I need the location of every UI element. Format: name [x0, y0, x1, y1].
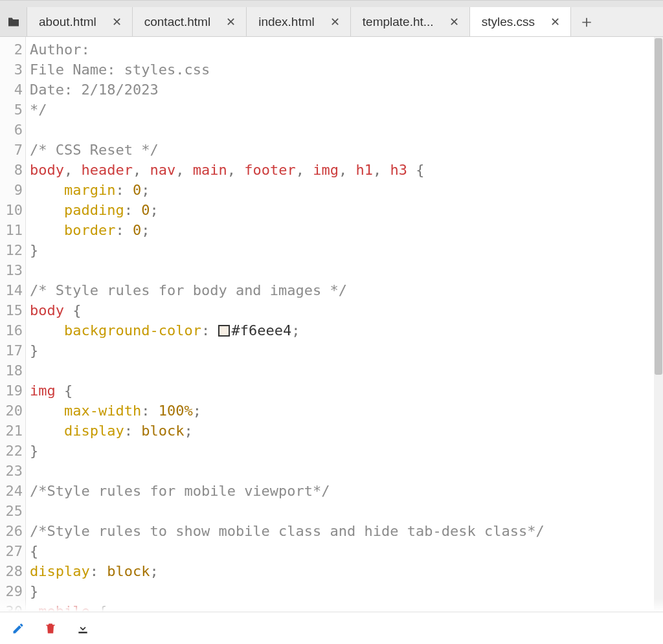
code-line: padding: 0;: [30, 200, 663, 220]
line-number: 9: [0, 180, 25, 200]
code-line: Date: 2/18/2023: [30, 80, 663, 100]
folder-icon: [7, 17, 20, 27]
code-line: /*Style rules to show mobile class and h…: [30, 521, 663, 541]
line-number: 20: [0, 401, 25, 421]
tab-label: template.ht...: [363, 15, 434, 29]
code-line: }: [30, 340, 663, 361]
tab-contact-html[interactable]: contact.html✕: [133, 7, 247, 36]
line-number: 26: [0, 521, 25, 541]
line-number: 16: [0, 320, 25, 340]
code-line: display: block;: [30, 421, 663, 441]
line-number: 25: [0, 501, 25, 521]
line-number-gutter: 2345678910111213141516171819202122232425…: [0, 37, 26, 612]
line-number: 15: [0, 300, 25, 320]
code-line: }: [30, 581, 663, 601]
line-number: 14: [0, 280, 25, 300]
line-number: 29: [0, 581, 25, 601]
color-swatch: [218, 325, 230, 337]
tab-styles-css[interactable]: styles.css✕: [470, 7, 571, 36]
close-icon[interactable]: ✕: [223, 15, 238, 29]
new-tab-button[interactable]: ＋: [571, 7, 602, 36]
line-number: 22: [0, 441, 25, 461]
close-icon[interactable]: ✕: [548, 15, 563, 29]
line-number: 19: [0, 381, 25, 401]
scrollbar-thumb[interactable]: [655, 38, 662, 375]
code-line: /*Style rules for mobile viewport*/: [30, 481, 663, 501]
line-number: 30: [0, 601, 25, 612]
code-line: display: block;: [30, 561, 663, 581]
line-number: 17: [0, 340, 25, 361]
tab-bar: about.html✕contact.html✕index.html✕templ…: [0, 7, 663, 37]
code-line: [30, 120, 663, 140]
code-line: */: [30, 100, 663, 120]
line-number: 7: [0, 140, 25, 160]
code-line: margin: 0;: [30, 180, 663, 200]
code-line: background-color: #f6eee4;: [30, 320, 663, 340]
vertical-scrollbar[interactable]: [654, 37, 663, 612]
tab-label: about.html: [39, 15, 96, 29]
code-line: [30, 501, 663, 521]
line-number: 18: [0, 361, 25, 381]
tab-label: styles.css: [482, 15, 535, 29]
status-bar: [0, 612, 663, 644]
line-number: 23: [0, 461, 25, 481]
edit-icon[interactable]: [12, 622, 25, 635]
code-line: [30, 461, 663, 481]
code-line: Author:: [30, 39, 663, 60]
code-line: {: [30, 541, 663, 561]
code-line: /* Style rules for body and images */: [30, 280, 663, 300]
code-line: }: [30, 240, 663, 260]
code-line: File Name: styles.css: [30, 60, 663, 80]
code-line: border: 0;: [30, 220, 663, 240]
code-line: max-width: 100%;: [30, 401, 663, 421]
code-content[interactable]: Author:File Name: styles.cssDate: 2/18/2…: [26, 37, 663, 612]
line-number: 3: [0, 60, 25, 80]
line-number: 24: [0, 481, 25, 501]
line-number: 5: [0, 100, 25, 120]
file-browser-button[interactable]: [0, 7, 27, 36]
tab-index-html[interactable]: index.html✕: [247, 7, 351, 36]
line-number: 13: [0, 260, 25, 280]
line-number: 12: [0, 240, 25, 260]
code-line: .mobile {: [30, 601, 663, 612]
code-line: /* CSS Reset */: [30, 140, 663, 160]
tab-about-html[interactable]: about.html✕: [27, 7, 133, 36]
editor-area: 2345678910111213141516171819202122232425…: [0, 37, 663, 612]
trash-icon[interactable]: [44, 622, 57, 635]
close-icon[interactable]: ✕: [109, 15, 124, 29]
line-number: 4: [0, 80, 25, 100]
tab-template-ht-[interactable]: template.ht...✕: [351, 7, 470, 36]
line-number: 10: [0, 200, 25, 220]
line-number: 2: [0, 39, 25, 60]
line-number: 8: [0, 160, 25, 180]
editor-window: about.html✕contact.html✕index.html✕templ…: [0, 0, 663, 644]
line-number: 6: [0, 120, 25, 140]
code-line: [30, 260, 663, 280]
code-line: img {: [30, 381, 663, 401]
close-icon[interactable]: ✕: [328, 15, 343, 29]
close-icon[interactable]: ✕: [447, 15, 462, 29]
code-line: [30, 361, 663, 381]
code-line: }: [30, 441, 663, 461]
download-icon[interactable]: [76, 622, 89, 635]
line-number: 28: [0, 561, 25, 581]
line-number: 27: [0, 541, 25, 561]
line-number: 21: [0, 421, 25, 441]
tab-label: contact.html: [144, 15, 210, 29]
window-chrome: [0, 1, 663, 7]
code-line: body, header, nav, main, footer, img, h1…: [30, 160, 663, 180]
tab-label: index.html: [258, 15, 315, 29]
line-number: 11: [0, 220, 25, 240]
code-line: body {: [30, 300, 663, 320]
